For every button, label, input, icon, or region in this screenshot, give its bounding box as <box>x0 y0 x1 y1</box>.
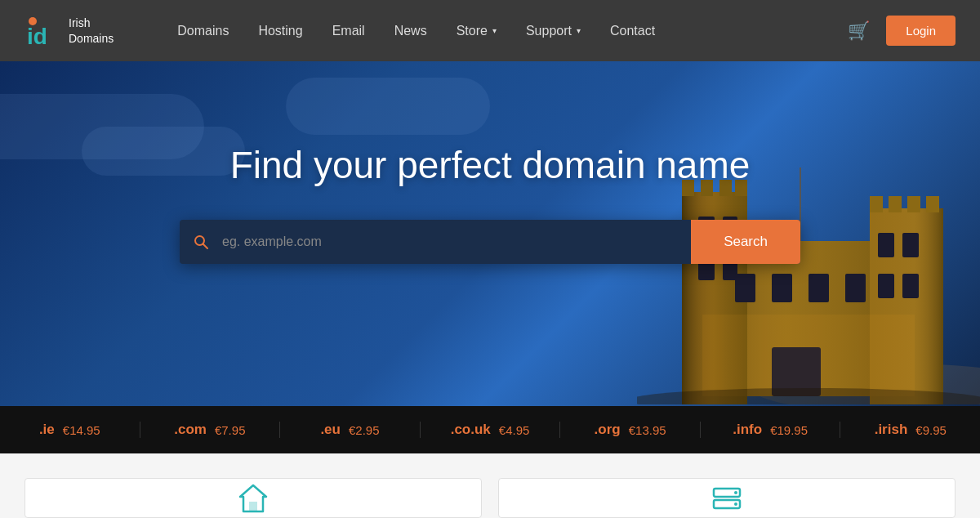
tld-ext-org: .org <box>595 422 621 438</box>
tld-price-eu: €2.95 <box>349 423 380 437</box>
svg-rect-28 <box>845 274 866 302</box>
tld-ext-com: .com <box>174 422 207 438</box>
svg-rect-24 <box>902 274 919 298</box>
tld-irish[interactable]: .irish €9.95 <box>840 422 980 438</box>
support-caret-icon: ▾ <box>577 26 581 35</box>
svg-rect-27 <box>808 274 829 302</box>
tld-price-irish: €9.95 <box>915 423 947 437</box>
domain-search-input[interactable] <box>222 234 691 249</box>
nav-actions: 🛒 Login <box>848 16 956 46</box>
nav-contact[interactable]: Contact <box>595 0 670 61</box>
tld-price-info: €19.95 <box>770 423 808 437</box>
tld-items-list: .ie €14.95 .com €7.95 .eu €2.95 .co.uk €… <box>0 422 980 438</box>
hero-content: Find your perfect domain name Search <box>0 61 980 264</box>
svg-text:id: id <box>27 24 47 49</box>
search-bar: Search <box>180 220 800 264</box>
tld-price-couk: €4.95 <box>499 423 530 437</box>
tld-price-ie: €14.95 <box>63 423 100 437</box>
card-2 <box>498 478 956 518</box>
tld-com[interactable]: .com €7.95 <box>140 422 280 438</box>
hero-section: Find your perfect domain name Search .ie… <box>0 61 980 453</box>
nav-store[interactable]: Store ▾ <box>442 0 511 61</box>
nav-hosting[interactable]: Hosting <box>243 0 317 61</box>
tld-ext-irish: .irish <box>875 422 908 438</box>
hero-title: Find your perfect domain name <box>230 143 751 187</box>
search-icon <box>180 234 222 250</box>
tld-info[interactable]: .info €19.95 <box>700 422 840 438</box>
svg-rect-31 <box>702 315 915 396</box>
cart-icon[interactable]: 🛒 <box>848 20 870 42</box>
cards-section <box>0 453 980 518</box>
svg-point-40 <box>734 502 737 506</box>
tld-bar: .ie €14.95 .com €7.95 .eu €2.95 .co.uk €… <box>0 406 980 453</box>
logo-text: Irish Domains <box>69 16 114 45</box>
server-icon <box>710 482 743 515</box>
tld-price-org: €13.95 <box>629 423 666 437</box>
tld-couk[interactable]: .co.uk €4.95 <box>420 422 560 438</box>
tld-ie[interactable]: .ie €14.95 <box>0 422 140 438</box>
tld-org[interactable]: .org €13.95 <box>559 422 700 438</box>
tld-ext-eu: .eu <box>320 422 341 438</box>
svg-rect-36 <box>249 502 257 511</box>
nav-email[interactable]: Email <box>318 0 380 61</box>
tld-ext-ie: .ie <box>39 422 55 438</box>
login-button[interactable]: Login <box>886 16 956 46</box>
nav-news[interactable]: News <box>380 0 442 61</box>
logo-icon: id <box>24 13 60 49</box>
tld-ext-couk: .co.uk <box>451 422 491 438</box>
svg-rect-26 <box>772 274 792 302</box>
nav-links: Domains Hosting Email News Store ▾ Suppo… <box>163 0 848 61</box>
logo-link[interactable]: id Irish Domains <box>24 13 114 49</box>
house-icon <box>237 482 270 515</box>
store-caret-icon: ▾ <box>492 26 497 35</box>
svg-point-39 <box>734 491 737 494</box>
svg-rect-23 <box>878 274 894 298</box>
search-button[interactable]: Search <box>691 220 800 264</box>
nav-support[interactable]: Support ▾ <box>511 0 595 61</box>
tld-price-com: €7.95 <box>215 423 246 437</box>
nav-domains[interactable]: Domains <box>163 0 243 61</box>
card-1 <box>24 478 482 518</box>
svg-rect-25 <box>735 274 755 302</box>
tld-eu[interactable]: .eu €2.95 <box>279 422 420 438</box>
navbar: id Irish Domains Domains Hosting Email N… <box>0 0 980 61</box>
svg-line-34 <box>203 244 208 249</box>
tld-ext-info: .info <box>733 422 762 438</box>
